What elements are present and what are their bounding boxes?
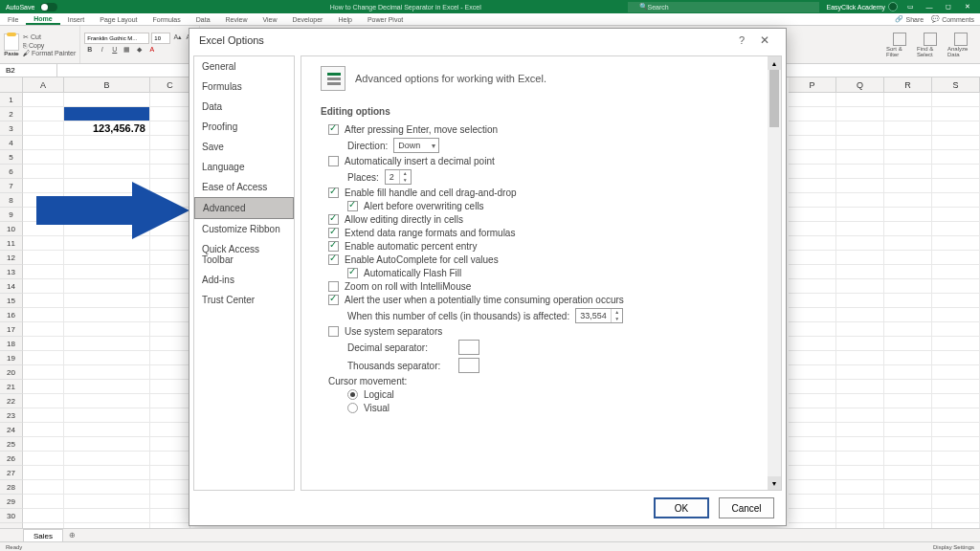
row-header-18[interactable]: 18 bbox=[0, 337, 23, 351]
cell[interactable] bbox=[884, 93, 932, 107]
cell[interactable] bbox=[884, 452, 932, 466]
cell[interactable] bbox=[150, 121, 190, 136]
tab-home[interactable]: Home bbox=[26, 13, 59, 25]
cell[interactable] bbox=[836, 322, 884, 337]
cell[interactable] bbox=[836, 93, 884, 107]
chk-auto-percent[interactable] bbox=[328, 241, 339, 252]
col-header-q[interactable]: Q bbox=[836, 77, 884, 92]
cell[interactable] bbox=[150, 308, 190, 322]
cell[interactable] bbox=[836, 380, 884, 394]
cell[interactable] bbox=[789, 179, 836, 193]
cell[interactable] bbox=[150, 294, 190, 308]
cell[interactable] bbox=[23, 107, 64, 121]
cell[interactable] bbox=[23, 322, 64, 337]
cell[interactable] bbox=[789, 365, 836, 380]
row-header-25[interactable]: 25 bbox=[0, 437, 23, 452]
cell[interactable] bbox=[23, 150, 64, 165]
dialog-help-icon[interactable]: ? bbox=[730, 34, 753, 46]
cell[interactable] bbox=[64, 265, 150, 279]
cell[interactable] bbox=[150, 466, 190, 480]
cell[interactable] bbox=[789, 509, 836, 523]
cell[interactable] bbox=[789, 452, 836, 466]
cell[interactable] bbox=[150, 136, 190, 150]
cell[interactable] bbox=[64, 466, 150, 480]
minimize-icon[interactable]: — bbox=[923, 4, 936, 11]
cell[interactable] bbox=[932, 437, 980, 452]
cell[interactable] bbox=[932, 107, 980, 121]
cell[interactable] bbox=[884, 265, 932, 279]
chk-auto-decimal[interactable] bbox=[328, 156, 339, 166]
ribbon-display-icon[interactable]: ▭ bbox=[903, 3, 917, 11]
cell[interactable] bbox=[932, 251, 980, 265]
cell[interactable] bbox=[932, 222, 980, 236]
cell[interactable] bbox=[836, 495, 884, 509]
cell[interactable] bbox=[23, 308, 64, 322]
nav-proofing[interactable]: Proofing bbox=[194, 117, 294, 137]
chk-flash-fill[interactable] bbox=[347, 268, 358, 278]
ok-button[interactable]: OK bbox=[654, 497, 709, 518]
cell[interactable] bbox=[150, 107, 190, 121]
cell[interactable] bbox=[789, 236, 836, 251]
cell[interactable] bbox=[789, 121, 836, 136]
chk-use-sys-sep[interactable] bbox=[328, 326, 339, 337]
fill-color-button[interactable]: ◆ bbox=[134, 46, 145, 56]
cell[interactable] bbox=[64, 452, 150, 466]
increase-font-icon[interactable]: A▴ bbox=[172, 33, 183, 44]
row-header-2[interactable]: 2 bbox=[0, 107, 23, 121]
cell[interactable] bbox=[836, 308, 884, 322]
row-header-1[interactable]: 1 bbox=[0, 93, 23, 107]
tab-developer[interactable]: Developer bbox=[285, 13, 331, 25]
cell[interactable] bbox=[836, 121, 884, 136]
cell[interactable] bbox=[789, 150, 836, 165]
cell[interactable] bbox=[836, 222, 884, 236]
cell[interactable] bbox=[23, 437, 64, 452]
row-header-12[interactable]: 12 bbox=[0, 251, 23, 265]
cell[interactable] bbox=[23, 423, 64, 437]
cell[interactable] bbox=[23, 351, 64, 365]
cell[interactable] bbox=[64, 380, 150, 394]
cell[interactable] bbox=[23, 279, 64, 294]
paste-icon[interactable] bbox=[4, 33, 19, 51]
cell[interactable] bbox=[884, 308, 932, 322]
cell[interactable] bbox=[884, 480, 932, 495]
tab-power-pivot[interactable]: Power Pivot bbox=[360, 13, 411, 25]
cell[interactable] bbox=[836, 208, 884, 222]
cell[interactable] bbox=[789, 165, 836, 179]
row-header-4[interactable]: 4 bbox=[0, 136, 23, 150]
scroll-thumb[interactable] bbox=[769, 70, 779, 127]
cell[interactable] bbox=[23, 509, 64, 523]
row-header-26[interactable]: 26 bbox=[0, 452, 23, 466]
col-header-b[interactable]: B bbox=[64, 77, 150, 92]
cell[interactable] bbox=[789, 222, 836, 236]
cell[interactable] bbox=[64, 423, 150, 437]
cell[interactable] bbox=[150, 480, 190, 495]
cell[interactable] bbox=[64, 93, 150, 107]
cell[interactable] bbox=[932, 423, 980, 437]
rad-visual[interactable] bbox=[347, 403, 358, 413]
cell[interactable] bbox=[23, 480, 64, 495]
cell[interactable] bbox=[150, 337, 190, 351]
chk-alert-overwrite[interactable] bbox=[347, 201, 358, 211]
cell[interactable] bbox=[884, 337, 932, 351]
cell[interactable] bbox=[789, 495, 836, 509]
cell[interactable] bbox=[884, 351, 932, 365]
cell[interactable] bbox=[836, 365, 884, 380]
cell[interactable] bbox=[884, 222, 932, 236]
cut-button[interactable]: ✂ Cut bbox=[23, 33, 76, 41]
cell[interactable] bbox=[789, 322, 836, 337]
cell[interactable] bbox=[932, 495, 980, 509]
cell[interactable] bbox=[932, 279, 980, 294]
scroll-down-icon[interactable]: ▼ bbox=[768, 476, 781, 490]
row-header-23[interactable]: 23 bbox=[0, 408, 23, 423]
cell[interactable] bbox=[836, 408, 884, 423]
cell[interactable] bbox=[23, 452, 64, 466]
cell[interactable] bbox=[64, 408, 150, 423]
row-header-6[interactable]: 6 bbox=[0, 165, 23, 179]
cell[interactable] bbox=[150, 322, 190, 337]
row-header-27[interactable]: 27 bbox=[0, 466, 23, 480]
cell[interactable] bbox=[150, 265, 190, 279]
row-header-30[interactable]: 30 bbox=[0, 509, 23, 523]
col-header-s[interactable]: S bbox=[932, 77, 980, 92]
cell[interactable] bbox=[150, 423, 190, 437]
cell[interactable] bbox=[884, 509, 932, 523]
